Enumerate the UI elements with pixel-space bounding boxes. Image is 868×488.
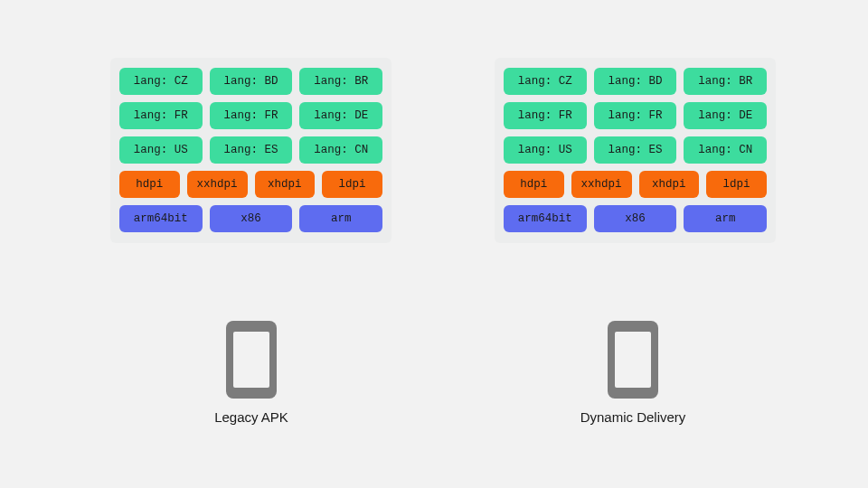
lang-chip: lang: FR [594, 102, 677, 129]
phone-group-dynamic: Dynamic Delivery [542, 321, 723, 425]
lang-chip: lang: CN [299, 136, 382, 164]
arch-chip: arm [299, 205, 382, 232]
phone-label-dynamic: Dynamic Delivery [580, 409, 686, 425]
lang-row-1: lang: CZ lang: BD lang: BR [504, 68, 767, 95]
arch-chip: arm64bit [119, 205, 203, 232]
lang-chip: lang: US [119, 136, 203, 164]
arch-chip: x86 [210, 205, 293, 232]
phone-group-legacy: Legacy APK [161, 321, 342, 425]
dpi-row: hdpi xxhdpi xhdpi ldpi [504, 171, 767, 198]
svg-rect-1 [233, 332, 269, 388]
dpi-chip: hdpi [119, 171, 180, 198]
lang-chip: lang: FR [210, 102, 293, 129]
svg-rect-3 [615, 332, 651, 388]
lang-chip: lang: ES [594, 136, 677, 164]
lang-row-3: lang: US lang: ES lang: CN [504, 136, 767, 164]
panel-dynamic: lang: CZ lang: BD lang: BR lang: FR lang… [495, 58, 776, 243]
lang-chip: lang: CN [684, 136, 767, 164]
arch-chip: arm [684, 205, 767, 232]
lang-chip: lang: FR [119, 102, 203, 129]
lang-chip: lang: BR [299, 68, 382, 95]
arch-chip: x86 [594, 205, 677, 232]
panels-row: lang: CZ lang: BD lang: BR lang: FR lang… [110, 58, 776, 243]
lang-row-3: lang: US lang: ES lang: CN [119, 136, 382, 164]
lang-chip: lang: DE [299, 102, 382, 129]
lang-row-1: lang: CZ lang: BD lang: BR [119, 68, 382, 95]
arch-chip: arm64bit [504, 205, 587, 232]
lang-chip: lang: DE [684, 102, 767, 129]
panel-legacy: lang: CZ lang: BD lang: BR lang: FR lang… [110, 58, 392, 243]
dpi-row: hdpi xxhdpi xhdpi ldpi [119, 171, 382, 198]
lang-chip: lang: BD [210, 68, 293, 95]
lang-chip: lang: US [504, 136, 587, 164]
phone-icon [226, 321, 277, 399]
lang-chip: lang: BD [594, 68, 677, 95]
dpi-chip: xhdpi [639, 171, 700, 198]
lang-row-2: lang: FR lang: FR lang: DE [504, 102, 767, 129]
dpi-chip: xxhdpi [187, 171, 248, 198]
dpi-chip: ldpi [706, 171, 767, 198]
arch-row: arm64bit x86 arm [119, 205, 382, 232]
lang-chip: lang: CZ [504, 68, 587, 95]
phone-label-legacy: Legacy APK [214, 409, 288, 425]
phone-icon [608, 321, 658, 399]
lang-chip: lang: ES [210, 136, 293, 164]
lang-row-2: lang: FR lang: FR lang: DE [119, 102, 382, 129]
lang-chip: lang: BR [684, 68, 767, 95]
arch-row: arm64bit x86 arm [504, 205, 767, 232]
lang-chip: lang: FR [504, 102, 587, 129]
dpi-chip: ldpi [322, 171, 382, 198]
dpi-chip: hdpi [504, 171, 564, 198]
dpi-chip: xhdpi [255, 171, 316, 198]
lang-chip: lang: CZ [119, 68, 203, 95]
dpi-chip: xxhdpi [571, 171, 632, 198]
